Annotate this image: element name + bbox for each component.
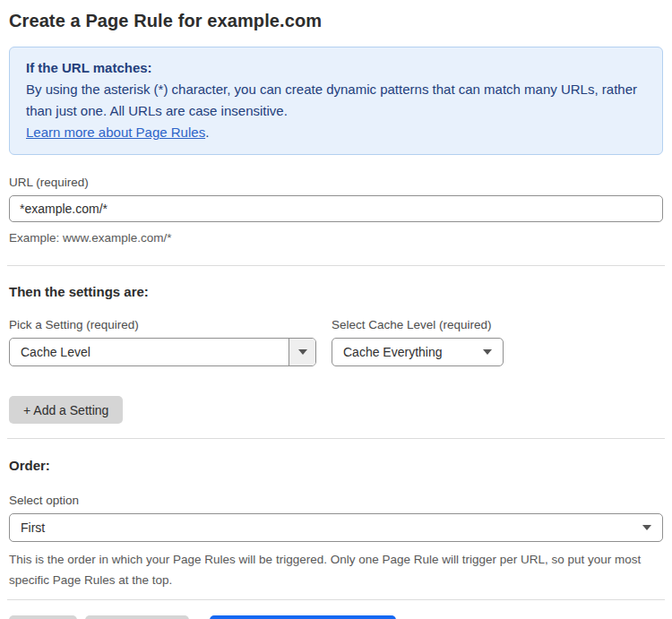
divider (7, 265, 665, 266)
page-title: Create a Page Rule for example.com (9, 11, 663, 31)
order-section-heading: Order: (9, 458, 663, 473)
info-banner-heading: If the URL matches: (26, 57, 646, 79)
create-page-rule-form: Create a Page Rule for example.com If th… (0, 0, 672, 619)
url-field-helper: Example: www.example.com/* (9, 228, 663, 248)
divider (7, 599, 665, 600)
cache-level-select-group: Select Cache Level (required) Cache Ever… (332, 318, 504, 366)
order-select-label: Select option (9, 494, 663, 507)
url-field-label: URL (required) (9, 176, 663, 189)
chevron-down-icon (642, 525, 662, 530)
setting-select-value: Cache Level (10, 345, 289, 359)
chevron-down-icon (483, 349, 503, 355)
footer-buttons: Cancel Save as Draft Save and Deploy Pag… (9, 615, 663, 619)
chevron-down-icon (289, 339, 315, 365)
info-banner-body: By using the asterisk (*) character, you… (26, 79, 646, 122)
save-as-draft-button[interactable]: Save as Draft (85, 615, 190, 619)
add-setting-button[interactable]: + Add a Setting (9, 396, 123, 424)
order-select[interactable]: First (9, 513, 663, 542)
url-match-info-banner: If the URL matches: By using the asteris… (9, 47, 663, 155)
settings-row: Pick a Setting (required) Cache Level Se… (9, 318, 663, 366)
info-banner-link-line: Learn more about Page Rules. (26, 122, 646, 143)
learn-more-link[interactable]: Learn more about Page Rules (26, 125, 205, 140)
setting-select-label: Pick a Setting (required) (9, 318, 316, 331)
save-and-deploy-button[interactable]: Save and Deploy Page Rule (210, 615, 396, 619)
cancel-button[interactable]: Cancel (9, 615, 77, 619)
order-select-value: First (10, 520, 642, 535)
setting-select[interactable]: Cache Level (9, 338, 316, 366)
order-helper-text: This is the order in which your Page Rul… (9, 549, 663, 590)
link-suffix: . (205, 125, 209, 140)
url-input[interactable] (9, 195, 663, 222)
cache-level-select-label: Select Cache Level (required) (332, 318, 504, 331)
cache-level-select[interactable]: Cache Everything (332, 338, 504, 366)
settings-section-heading: Then the settings are: (9, 284, 663, 299)
setting-select-group: Pick a Setting (required) Cache Level (9, 318, 316, 366)
cache-level-select-value: Cache Everything (332, 345, 483, 359)
divider (7, 438, 665, 439)
